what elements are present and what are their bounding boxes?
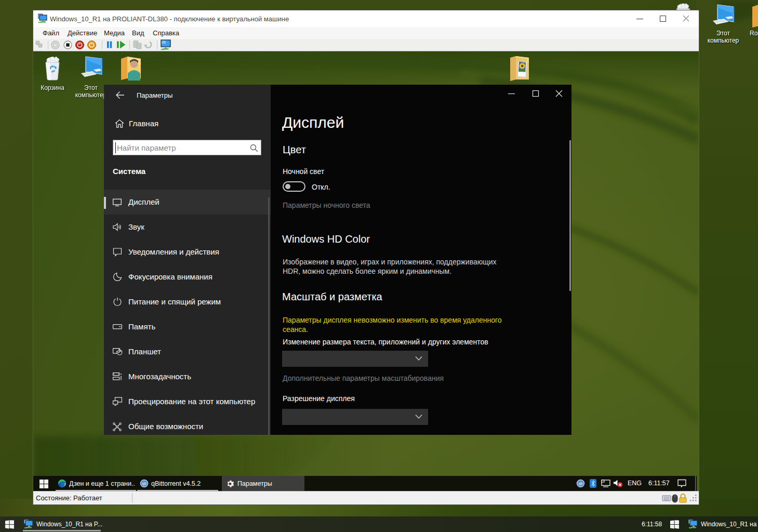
svg-text:qb: qb [142, 482, 147, 486]
svg-text:qb: qb [579, 482, 583, 486]
